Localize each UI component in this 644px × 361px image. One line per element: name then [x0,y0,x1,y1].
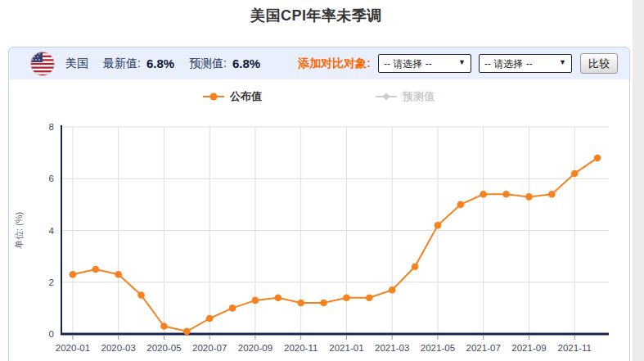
info-bar: 美国 最新值: 6.8% 预测值: 6.8% 添加对比对象: -- 请选择 --… [8,47,630,80]
forecast-value-label: 预测值: [189,56,227,71]
add-compare-label: 添加对比对象: [298,56,371,71]
compare-button[interactable]: 比较 [580,53,618,74]
svg-text:4: 4 [49,226,55,236]
svg-text:单位: (%): 单位: (%) [14,212,24,249]
svg-text:2020-03: 2020-03 [101,343,136,353]
svg-text:2020-09: 2020-09 [238,343,272,353]
chart-container: 公布值 预测值 2020-012020-032020-052020-072020… [8,79,630,361]
svg-text:2021-01: 2021-01 [329,343,363,353]
svg-text:2021-11: 2021-11 [558,343,592,353]
svg-text:2021-09: 2021-09 [511,343,546,353]
svg-text:2020-05: 2020-05 [146,343,181,353]
compare-select-2-wrap: -- 请选择 -- [479,54,572,73]
compare-select-1-wrap: -- 请选择 -- [378,54,471,73]
svg-text:2021-03: 2021-03 [375,343,409,353]
svg-text:0: 0 [49,329,54,339]
page-title: 美国CPI年率未季调 [0,6,633,25]
svg-text:2020-01: 2020-01 [56,343,90,353]
svg-text:2020-11: 2020-11 [284,343,317,353]
svg-text:2021-05: 2021-05 [421,343,455,353]
svg-text:6: 6 [49,174,54,183]
svg-text:8: 8 [49,122,54,132]
country-label: 美国 [65,56,88,71]
svg-text:2021-07: 2021-07 [466,343,501,353]
svg-text:2020-07: 2020-07 [192,343,227,353]
svg-text:2: 2 [49,278,54,287]
cpi-line-chart: 2020-012020-032020-052020-072020-092020-… [9,79,628,360]
latest-value: 6.8% [146,56,174,70]
us-flag-icon [30,52,55,76]
latest-value-label: 最新值: [103,56,141,71]
compare-select-2[interactable]: -- 请选择 -- [479,54,572,73]
compare-select-1[interactable]: -- 请选择 -- [378,54,471,73]
scrollbar[interactable] [633,0,644,361]
forecast-value: 6.8% [232,56,260,70]
